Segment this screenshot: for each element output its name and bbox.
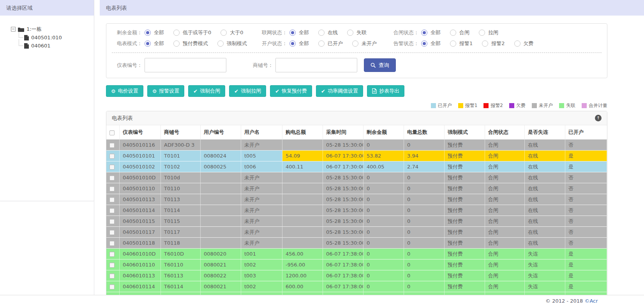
table-cell: 失连 [525,270,565,281]
row-checkbox[interactable] [109,154,115,159]
radio-icon[interactable] [450,30,456,36]
radio-option[interactable]: 报警2 [482,40,505,47]
toolbar-button-电价设置[interactable]: ⚙电价设置 [106,85,143,97]
table-row: 0406010110T601100080021t002-956.0006-07 … [106,259,607,270]
table-cell: 失连 [525,259,565,270]
table-cell: 05-28 15:30:00 [323,194,363,205]
table-cell: 06-07 17:30:00 [323,161,363,172]
tree-item[interactable]: 040501:010 [18,33,91,42]
radio-option[interactable]: 全部 [421,29,441,36]
radio-icon[interactable] [421,40,427,47]
query-button[interactable]: 查询 [364,58,396,72]
table-cell: 预付费 [445,249,485,259]
radio-option[interactable]: 全部 [421,40,441,47]
radio-option[interactable]: 大于0 [221,29,243,36]
row-checkbox[interactable] [109,273,115,279]
radio-option[interactable]: 全部 [289,29,309,36]
row-checkbox[interactable] [109,186,115,191]
radio-icon[interactable] [145,30,151,36]
table-cell: 06-07 17:30:00 [323,151,363,161]
row-checkbox[interactable] [109,219,115,224]
radio-icon[interactable] [289,40,296,47]
row-checkbox[interactable] [109,230,115,235]
toolbar-button-label: 恢复预付费 [282,88,307,95]
radio-option[interactable]: 失联 [347,29,367,36]
radio-icon[interactable] [347,30,353,36]
table-cell: 在线 [525,194,565,205]
radio-option[interactable]: 合闸 [450,29,469,36]
radio-icon[interactable] [221,30,227,36]
meter-no-input[interactable] [145,58,226,72]
radio-icon[interactable] [514,40,520,47]
toolbar-button-强制拉闸[interactable]: ✔强制拉闸 [229,85,266,97]
toolbar-button-强制合闸[interactable]: ✔强制合闸 [188,85,225,97]
table-cell: 3.94 [404,151,445,161]
tree-item[interactable]: 040601 [18,42,91,50]
radio-option-label: 低于或等于0 [183,29,211,36]
radio-icon[interactable] [482,40,488,47]
table-cell: 预付费 [445,292,485,295]
radio-option-label: 全部 [431,40,441,47]
toolbar-button-功率阈值设置[interactable]: ✔功率阈值设置 [316,85,363,97]
legend-item: 报警1 [458,102,478,109]
radio-option[interactable]: 全部 [289,40,309,47]
row-checkbox[interactable] [109,175,115,181]
table-cell: 失连 [525,249,565,259]
radio-option-label: 全部 [154,40,164,47]
radio-icon[interactable] [173,30,180,36]
toolbar-button-抄表导出[interactable]: 抄表导出 [367,85,404,97]
radio-icon[interactable] [318,30,325,36]
row-checkbox[interactable] [109,241,115,246]
radio-icon[interactable] [173,40,180,47]
column-header: 已开户 [565,125,607,140]
radio-icon[interactable] [318,40,325,47]
radio-option[interactable]: 全部 [145,29,164,36]
row-select-cell [106,140,120,151]
radio-option[interactable]: 未开户 [352,40,377,47]
radio-option[interactable]: 报警1 [450,40,473,47]
shop-no-input[interactable] [275,58,357,72]
radio-icon[interactable] [421,30,427,36]
radio-icon[interactable] [479,30,485,36]
row-select-cell [106,183,120,194]
row-checkbox[interactable] [109,197,115,202]
radio-icon[interactable] [145,40,151,47]
table-cell: 预付费 [445,270,485,281]
row-checkbox[interactable] [109,284,115,289]
radio-option[interactable]: 已开户 [318,40,343,47]
table-cell: 040601010D [120,249,161,259]
radio-option[interactable]: 低于或等于0 [173,29,211,36]
column-header: 合闸状态 [485,125,525,140]
select-all-checkbox[interactable] [109,130,115,135]
toolbar-button-恢复预付费[interactable]: ✔恢复预付费 [270,85,312,97]
radio-option[interactable]: 拉闸 [479,29,498,36]
legend-label: 失联 [566,102,575,109]
toolbar-button-报警设置[interactable]: ⚙报警设置 [147,85,185,97]
table-cell: 0080024 [201,151,241,161]
radio-icon[interactable] [217,40,224,47]
row-checkbox[interactable] [109,143,115,148]
radio-option[interactable]: 全部 [145,40,164,47]
radio-option[interactable]: 在线 [318,29,338,36]
footer: © 2012 - 2018 ©Acr [0,295,644,305]
radio-option[interactable]: 预付费模式 [173,40,208,47]
radio-option[interactable]: 强制模式 [217,40,247,47]
table-cell: 600.00 [282,281,323,292]
sidebar-panel: 请选择区域 − 1:一栋 040501:010040601 [0,0,94,201]
table-cell: 0 [404,238,445,249]
radio-icon[interactable] [289,30,296,36]
row-checkbox[interactable] [109,252,115,257]
tree-collapse-icon[interactable]: − [11,27,16,32]
radio-option[interactable]: 欠费 [514,40,534,47]
row-checkbox[interactable] [109,263,115,268]
row-checkbox[interactable] [109,208,115,213]
column-header: 商铺号 [161,125,201,140]
table-cell: 是 [565,270,607,281]
table-cell: T60114 [161,281,201,292]
row-checkbox[interactable] [109,165,115,170]
radio-icon[interactable] [450,40,456,47]
collapse-up-icon[interactable]: ↑ [595,115,602,121]
table-cell: 失连 [525,292,565,295]
radio-icon[interactable] [352,40,358,47]
copyright-link[interactable]: ©Acr [584,298,598,304]
